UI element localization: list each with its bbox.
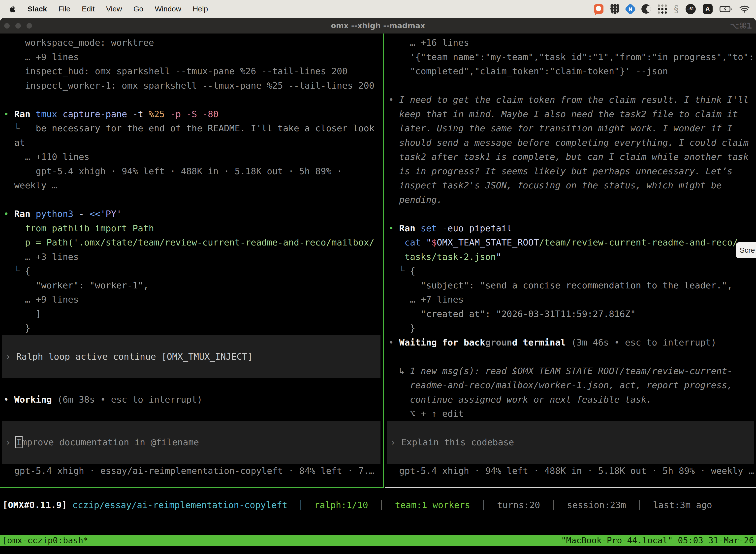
terminal-line: ⌥ + ↑ edit (385, 406, 756, 421)
prompt-input[interactable]: › Improve documentation in @filename (2, 435, 380, 449)
terminal-line (385, 207, 756, 221)
blue-badge-icon[interactable]: N (625, 3, 636, 15)
screenshot-app-icon[interactable] (594, 4, 604, 14)
menu-help[interactable]: Help (193, 5, 208, 13)
terminal-line: inspect_hud: omx sparkshell --tmux-pane … (0, 64, 382, 78)
terminal-line: "worker": "worker-1", (0, 278, 382, 293)
terminal-line: from pathlib import Path (0, 221, 382, 235)
terminal-line: inspect_worker-1: omx sparkshell --tmux-… (0, 78, 382, 93)
terminal-line: └ be necessary for the end of the README… (0, 121, 382, 135)
window-title: omx --xhigh --madmax (0, 21, 756, 30)
terminal-line (0, 192, 382, 207)
dots-grid-icon[interactable] (658, 4, 667, 14)
terminal-line: workspace_mode: worktree (0, 36, 382, 50)
menu-window[interactable]: Window (155, 5, 181, 13)
a-badge-icon[interactable]: A (703, 4, 712, 14)
crescent-circle-icon[interactable] (641, 4, 651, 14)
terminal-line: tasks/task-2.json" (385, 250, 756, 264)
terminal-line: ] (0, 307, 382, 321)
terminal-line: weekly … (0, 178, 382, 192)
terminal-line: should send a message before completing … (385, 135, 756, 150)
terminal-line: … +7 lines (385, 292, 756, 307)
terminal-line: "created_at": "2026-03-31T11:59:27.816Z" (385, 307, 756, 321)
ralph-loop-notice: › Ralph loop active continue [OMX_TMUX_I… (2, 349, 380, 364)
tmux-pane-left[interactable]: workspace_mode: worktree … +9 lines insp… (0, 34, 382, 487)
model-status-line: gpt-5.4 xhigh · 94% left · 488K in · 5.1… (385, 464, 756, 478)
terminal-line (385, 349, 756, 364)
terminal-line: readme-and-reco/mailbox/worker-1.json, a… (385, 378, 756, 392)
omx-status-bar: [OMX#0.11.9] cczip/essay/ai-reimplementa… (0, 498, 756, 512)
terminal-line: continue assigned work or next feasible … (385, 392, 756, 407)
omx-status-line: [OMX#0.11.9] cczip/essay/ai-reimplementa… (0, 498, 756, 512)
tmux-status-bar: [omx-cczip0:bash* "MacBook-Pro-44.local"… (0, 535, 756, 546)
terminal-line: … +110 lines (0, 150, 382, 164)
menu-file[interactable]: File (58, 5, 70, 13)
traffic-light-close[interactable] (4, 23, 10, 29)
squiggle-icon[interactable]: § (674, 3, 679, 14)
terminal-line: inspect task2's JSON, focusing on the st… (385, 178, 756, 192)
model-status-line: gpt-5.4 xhigh · essay/ai-reimplementatio… (0, 464, 382, 478)
inactive-pane-border (385, 487, 756, 488)
terminal-line: } (385, 321, 756, 335)
terminal-line: "completed","claim_token":"claim-token"}… (385, 64, 756, 78)
terminal-line: • I need to get the claim token from the… (385, 93, 756, 107)
battery-icon[interactable] (719, 6, 733, 12)
terminal-line: } (0, 321, 382, 335)
terminal-line (0, 378, 382, 392)
active-pane-border (0, 487, 384, 488)
shield-grid-icon[interactable] (611, 4, 619, 14)
terminal-line: gpt-5.4 xhigh · 94% left · 488K in · 5.1… (0, 164, 382, 178)
terminal-window: omx --xhigh --madmax ⌥⌘1 workspace_mode:… (0, 18, 756, 554)
terminal-line: "subject": "send a concise recommendatio… (385, 278, 756, 293)
terminal-line: … +9 lines (0, 292, 382, 307)
terminal-line (2, 335, 380, 350)
terminal-line: keep that in mind. Maybe I also need the… (385, 107, 756, 121)
terminal-line: cat "$OMX_TEAM_STATE_ROOT/team/review-cu… (385, 235, 756, 250)
screenshot-notification-text: Scre (740, 246, 755, 254)
traffic-light-minimize[interactable] (15, 23, 21, 29)
terminal-line: p = Path('.omx/state/team/review-current… (0, 235, 382, 250)
terminal-line: • Ran set -euo pipefail (385, 221, 756, 235)
tmux-panes: workspace_mode: worktree … +9 lines insp… (0, 34, 756, 488)
terminal-line (0, 93, 382, 107)
screenshot-notification-overlay[interactable]: Scre (736, 242, 756, 258)
terminal-line (387, 421, 754, 435)
window-shortcut-hint: ⌥⌘1 (730, 21, 752, 31)
waiting-status: • Waiting for background terminal (3m 46… (385, 335, 756, 350)
menu-go[interactable]: Go (133, 5, 143, 13)
tmux-host-clock: "MacBook-Pro-44.local" 05:03 31-Mar-26 (561, 535, 756, 546)
menu-bar: Slack File Edit View Go Window Help N § … (0, 0, 756, 18)
terminal-line: … +9 lines (0, 50, 382, 64)
terminal-line: task2 after task1 is complete, but can I… (385, 150, 756, 164)
traffic-light-zoom[interactable] (26, 23, 32, 29)
terminal-line: • Ran python3 - <<'PY' (0, 207, 382, 221)
terminal-line (0, 406, 382, 421)
wifi-icon[interactable] (739, 5, 750, 13)
terminal-line: └ { (0, 264, 382, 278)
prompt-input[interactable]: › Explain this codebase (387, 435, 754, 449)
terminal-line (2, 421, 380, 435)
tmux-session-label[interactable]: [omx-cczip0:bash* (0, 535, 88, 546)
terminal-line: '{"team_name":"my-team","task_id":"1","f… (385, 50, 756, 64)
working-status: • Working (6m 38s • esc to interrupt) (0, 392, 382, 407)
tmux-pane-right[interactable]: … +16 lines '{"team_name":"my-team","tas… (385, 34, 756, 487)
terminal-line: … +16 lines (385, 36, 756, 50)
terminal-line: later. Using the same for transition mig… (385, 121, 756, 135)
terminal-line (2, 364, 380, 378)
terminal-line (385, 78, 756, 93)
pane-divider[interactable] (383, 34, 384, 488)
terminal-line (2, 449, 380, 464)
terminal-line: at (0, 135, 382, 150)
terminal-line: └ { (385, 264, 756, 278)
badge-61-icon[interactable]: ..61 (686, 4, 696, 14)
apple-icon[interactable] (9, 5, 16, 13)
terminal-line (387, 449, 754, 464)
terminal-line: pending. (385, 192, 756, 207)
terminal-line: is in progress? It seems likely but perh… (385, 164, 756, 178)
terminal-line: • Ran tmux capture-pane -t %25 -p -S -80 (0, 107, 382, 121)
terminal-line: ↳ 1 new msg(s): read $OMX_TEAM_STATE_ROO… (385, 364, 756, 378)
menu-edit[interactable]: Edit (82, 5, 95, 13)
menu-view[interactable]: View (106, 5, 122, 13)
active-app-name[interactable]: Slack (27, 5, 47, 13)
window-title-bar[interactable]: omx --xhigh --madmax ⌥⌘1 (0, 18, 756, 34)
